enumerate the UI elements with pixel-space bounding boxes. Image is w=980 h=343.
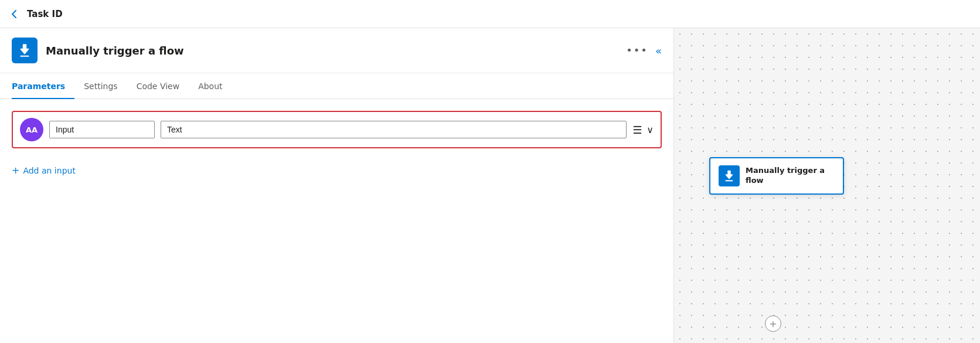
header: Task ID [0,0,980,28]
page-title: Task ID [27,9,63,19]
tab-settings[interactable]: Settings [74,73,127,99]
menu-icon[interactable]: ☰ [632,124,642,136]
tab-content: AA ☰ ∨ + Add an input [0,99,673,343]
add-input-button[interactable]: + Add an input [12,160,662,181]
trigger-actions: ••• « [626,45,662,57]
svg-rect-0 [20,56,29,57]
svg-rect-1 [726,180,733,181]
canvas-plus-icon: + [769,318,777,330]
chevron-down-icon[interactable]: ∨ [646,124,654,135]
main-layout: Manually trigger a flow ••• « Parameters… [0,28,980,343]
back-button[interactable] [9,9,20,19]
input-text-field[interactable] [161,121,627,138]
flow-card[interactable]: Manually trigger a flow [709,157,844,195]
trigger-icon [12,38,38,63]
flow-card-title: Manually trigger a flow [746,166,835,186]
tabs: Parameters Settings Code View About [0,73,673,99]
add-input-label: Add an input [23,166,75,175]
collapse-button[interactable]: « [655,45,662,57]
trigger-header: Manually trigger a flow ••• « [0,28,673,73]
left-panel: Manually trigger a flow ••• « Parameters… [0,28,674,343]
plus-icon: + [12,165,19,176]
trigger-title: Manually trigger a flow [46,45,626,57]
tab-about[interactable]: About [189,73,232,99]
canvas-add-button[interactable]: + [765,315,781,332]
tab-parameters[interactable]: Parameters [12,73,74,99]
avatar: AA [20,118,43,141]
input-row: AA ☰ ∨ [12,111,662,148]
avatar-text: AA [26,125,38,134]
flow-card-icon [719,165,740,186]
canvas: Manually trigger a flow + [674,28,980,343]
tab-code-view[interactable]: Code View [127,73,189,99]
more-options-button[interactable]: ••• [626,45,648,56]
input-controls: ☰ ∨ [632,124,654,136]
input-name-field[interactable] [49,121,155,138]
